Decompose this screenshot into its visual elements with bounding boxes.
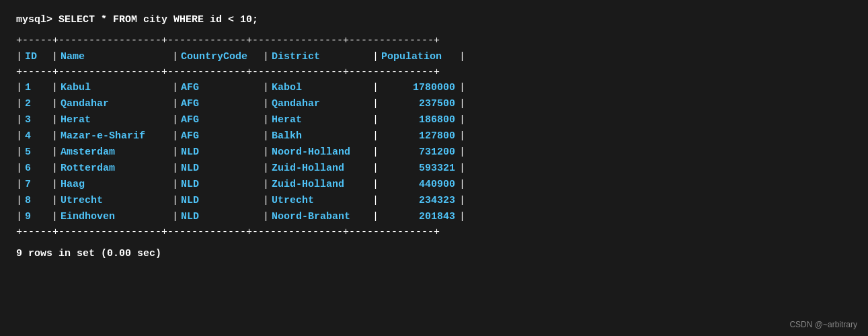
top-divider: +-----+-----------------+-------------+-… (16, 34, 852, 49)
table-row: | 2 | Qandahar | AFG | Qandahar | 237500… (16, 96, 852, 112)
table-row: | 3 | Herat | AFG | Herat | 186800 | (16, 112, 852, 128)
bottom-divider: +-----+-----------------+-------------+-… (16, 225, 852, 241)
mid-divider: +-----+-----------------+-------------+-… (16, 65, 852, 81)
watermark: CSDN @~arbitrary (789, 320, 857, 329)
table-row: | 9 | Eindhoven | NLD | Noord-Brabant | … (16, 209, 852, 225)
header-row: | ID | Name | CountryCode | District | P… (16, 49, 852, 65)
table-row: | 7 | Haag | NLD | Zuid-Holland | 440900… (16, 177, 852, 193)
table-row: | 5 | Amsterdam | NLD | Noord-Holland | … (16, 144, 852, 161)
footer-line: 9 rows in set (0.00 sec) (16, 246, 852, 262)
terminal-block: mysql> SELECT * FROM city WHERE id < 10;… (16, 12, 852, 262)
table-row: | 6 | Rotterdam | NLD | Zuid-Holland | 5… (16, 161, 852, 177)
table-row: | 8 | Utrecht | NLD | Utrecht | 234323 | (16, 193, 852, 209)
query-line: mysql> SELECT * FROM city WHERE id < 10; (16, 12, 852, 28)
table-row: | 1 | Kabul | AFG | Kabol | 1780000 | (16, 80, 852, 96)
table-row: | 4 | Mazar-e-Sharif | AFG | Balkh | 127… (16, 128, 852, 144)
data-rows: | 1 | Kabul | AFG | Kabol | 1780000 | | … (16, 80, 852, 225)
